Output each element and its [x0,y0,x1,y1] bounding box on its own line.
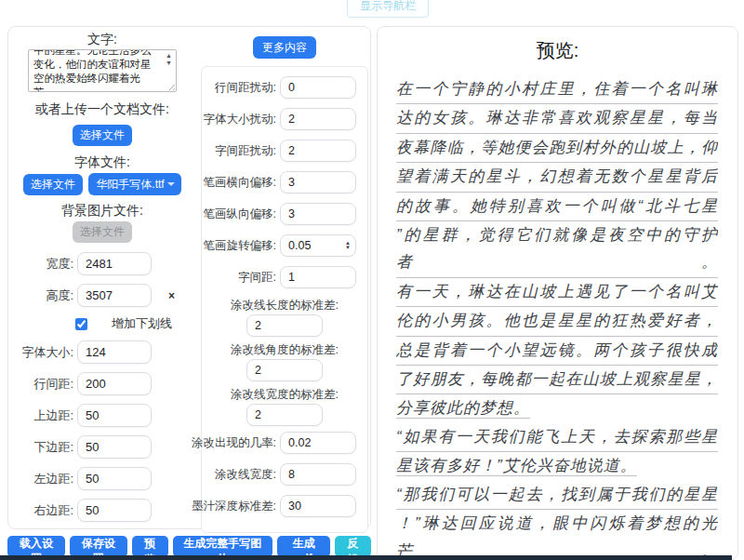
underline-checkbox-label: 增加下划线 [112,315,172,332]
number-spinner-icon[interactable]: ▲▼ [345,241,351,250]
text-input-value: 中的星星。无论生活多么变化，他们的友谊和对星空的热爱始终闪耀着光芒。 [33,49,160,92]
stroke-vertical-offset-input[interactable] [280,203,356,225]
upload-doc-label: 或者上传一个文档文件: [35,101,169,116]
field-label: 笔画纵向偏移: [204,207,276,222]
field-label: 右边距: [14,502,73,519]
handwriting-line: ！”琳达回应说道，眼中闪烁着梦想的光芒。 [396,510,718,560]
char-spacing-jitter-input[interactable] [280,140,356,162]
field-label: 涂改出现的几率: [192,435,276,451]
feedback-button[interactable]: 反馈 [335,536,371,557]
correction-line-width-input[interactable] [280,463,356,486]
handwriting-line: 了好朋友，每晚都一起在山坡上观察星星， [396,366,718,394]
field-label: 涂改线长度的标准差: [231,298,339,313]
handwriting-preview: 在一个宁静的小村庄里，住着一个名叫琳 达的女孩。琳达非常喜欢观察星星，每当 夜幕… [378,75,737,560]
generate-pdf-button[interactable]: 生成pdf [277,536,330,557]
handwriting-line: “那我们可以一起去，找到属于我们的星星 [396,481,718,510]
ink-depth-std-input[interactable] [280,495,356,517]
action-buttons: 载入设置 保存设置 预览 生成完整手写图片 生成pdf [7,536,330,557]
correction-probability-input[interactable] [280,432,356,454]
field-label: 涂改线宽度的标准差: [231,387,339,402]
close-icon[interactable]: × [168,290,175,301]
scroll-down-icon[interactable]: ▼ [166,60,172,66]
field-label: 笔画横向偏移: [204,175,276,191]
rotation-offset-row: 笔画旋转偏移: ▲▼ [202,234,367,257]
text-label: 文字: [87,32,117,47]
bottom-margin-input[interactable] [77,435,152,459]
bg-image-label: 背景图片文件: [61,203,143,218]
height-input[interactable] [77,284,152,307]
font-size-jitter-input[interactable] [280,108,356,130]
correction-width-std-input[interactable] [246,404,323,426]
underline-row: 增加下划线 [8,315,196,332]
field-label: 涂改线角度的标准差: [231,342,339,357]
field-row: 笔画横向偏移: [202,171,367,193]
field-label: 字体大小: [14,344,73,361]
field-label: 字间距扰动: [215,143,276,159]
field-label: 左边距: [14,471,73,487]
field-row: 墨汁深度标准差: [202,495,367,517]
correction-length-std-input[interactable] [246,314,323,337]
field-label: 涂改线宽度: [215,467,276,483]
handwriting-line: 达的女孩。琳达非常喜欢观察星星，每当 [396,104,718,133]
field-row: 左边距: [8,467,196,490]
field-row: 字体大小: [8,340,196,364]
field-label: 字体大小扰动: [204,112,276,127]
left-margin-input[interactable] [77,467,152,490]
handwriting-line: 的故事。她特别喜欢一个叫做“北斗七星 [396,193,718,221]
font-select[interactable]: 华阳手写体.ttf [88,173,181,195]
preview-button[interactable]: 预览 [132,536,168,557]
text-input[interactable]: 中的星星。无论生活多么变化，他们的友谊和对星空的热爱始终闪耀着光芒。 ▲ ▼ [28,49,177,92]
handwriting-line: 伦的小男孩。他也是星星的狂热爱好者， [396,307,718,336]
width-input[interactable] [77,252,152,275]
rotation-offset-label: 笔画旋转偏移: [204,238,276,254]
top-margin-input[interactable] [77,404,152,427]
correction-angle-std-input[interactable] [246,359,323,381]
advanced-settings-column: 更多内容 行间距扰动: 字体大小扰动: [198,36,371,533]
field-row: 右边距: [8,499,196,522]
load-settings-button[interactable]: 载入设置 [7,536,65,557]
choose-font-file-button[interactable]: 选择文件 [23,174,83,195]
jitter-fields: 行间距扰动: 字体大小扰动: 字间距扰动: [202,76,367,225]
footer-bar [0,555,732,560]
font-size-input[interactable] [77,340,152,364]
perturbation-panel: 行间距扰动: 字体大小扰动: 字间距扰动: [201,66,368,533]
field-label: 行间距: [14,376,73,393]
handwriting-line: 有一天，琳达在山坡上遇见了一个名叫艾 [396,278,718,307]
stroke-horizontal-offset-input[interactable] [280,171,356,193]
height-field-row: 高度: × [8,284,196,307]
field-row: 下边距: [8,435,196,459]
choose-bg-file-button[interactable]: 选择文件 [73,221,132,243]
choose-doc-file-button[interactable]: 选择文件 [73,125,132,146]
save-settings-button[interactable]: 保存设置 [70,536,127,557]
char-spacing-input[interactable] [280,266,356,288]
show-navbar-button[interactable]: 显示导航栏 [347,0,429,18]
line-spacing-jitter-input[interactable] [280,76,356,99]
generate-full-image-button[interactable]: 生成完整手写图片 [173,536,273,557]
more-content-button[interactable]: 更多内容 [253,36,316,59]
handwriting-line: 望着满天的星斗，幻想着无数个星星背后 [396,163,718,192]
handwriting-line: 总是背着一个小望远镜。两个孩子很快成 [396,337,718,366]
correction-fields: 涂改出现的几率: 涂改线宽度: 墨汁深度标准差: [202,432,367,517]
field-row: 上边距: [8,404,196,427]
char-spacing-row: 字间距: [202,266,367,288]
preview-title: 预览: [378,38,737,63]
margin-fields: 字体大小: 行间距: 上边距: 下边距: [8,340,196,530]
field-row: 涂改线宽度: [202,463,367,486]
line-spacing-input[interactable] [77,372,152,395]
field-label: 下边距: [14,439,73,456]
handwriting-line: 在一个宁静的小村庄里，住着一个名叫琳 [396,75,718,104]
handwriting-line: “如果有一天我们能飞上天，去探索那些星 [396,423,718,452]
handwriting-line: ”的星群，觉得它们就像是夜空中的守护者。 [396,221,718,278]
font-file-row: 选择文件 华阳手写体.ttf [23,173,181,195]
text-settings-column: 文字: 中的星星。无论生活多么变化，他们的友谊和对星空的热爱始终闪耀着光芒。 ▲… [8,32,196,530]
field-row: 字体大小扰动: [202,108,367,130]
handwriting-generator-page: 显示导航栏 文字: 中的星星。无论生活多么变化，他们的友谊和对星空的热爱始终闪耀… [0,0,744,560]
field-row: 行间距: [8,372,196,395]
width-label: 宽度: [14,256,73,273]
underline-checkbox[interactable] [75,318,87,330]
scroll-up-icon[interactable]: ▲ [166,52,172,59]
field-label: 上边距: [14,407,73,424]
chevron-down-icon [167,182,175,186]
height-label: 高度: [14,287,73,304]
right-margin-input[interactable] [77,499,152,522]
